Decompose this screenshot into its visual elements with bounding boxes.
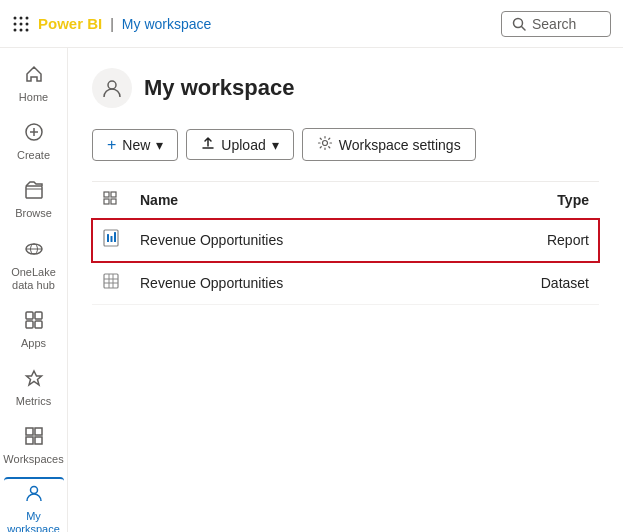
settings-button-label: Workspace settings: [339, 137, 461, 153]
svg-rect-37: [114, 232, 116, 242]
sidebar-workspaces-label: Workspaces: [3, 453, 63, 466]
sidebar-item-create[interactable]: Create: [4, 114, 64, 170]
svg-rect-23: [35, 428, 42, 435]
topbar-left: Power BI | My workspace: [12, 15, 211, 33]
upload-icon: [201, 136, 215, 153]
report-icon: [102, 229, 120, 247]
svg-rect-38: [104, 274, 118, 288]
search-box[interactable]: Search: [501, 11, 611, 37]
sidebar-home-label: Home: [19, 91, 48, 104]
svg-rect-22: [26, 428, 33, 435]
apps-icon: [24, 310, 44, 335]
svg-rect-20: [26, 321, 33, 328]
svg-rect-19: [35, 312, 42, 319]
svg-point-2: [26, 16, 29, 19]
row2-icon-cell: [92, 262, 130, 305]
svg-point-1: [20, 16, 23, 19]
svg-rect-18: [26, 312, 33, 319]
content-area: My workspace + New ▾ Upload ▾: [68, 48, 623, 532]
row1-name: Revenue Opportunities: [130, 219, 461, 262]
svg-rect-31: [111, 192, 116, 197]
sidebar-item-browse[interactable]: Browse: [4, 172, 64, 228]
topbar-separator: |: [110, 16, 114, 32]
svg-point-0: [14, 16, 17, 19]
svg-line-10: [522, 26, 526, 30]
new-button[interactable]: + New ▾: [92, 129, 178, 161]
topbar: Power BI | My workspace Search: [0, 0, 623, 48]
svg-rect-35: [107, 234, 109, 242]
gear-icon: [317, 135, 333, 154]
svg-rect-32: [104, 199, 109, 204]
table-header-row: Name Type: [92, 182, 599, 219]
dataset-icon: [102, 272, 120, 290]
svg-rect-21: [35, 321, 42, 328]
new-button-label: New: [122, 137, 150, 153]
sidebar-myworkspace-label: My workspace: [7, 510, 60, 533]
sidebar: Home Create Browse: [0, 48, 68, 532]
workspace-settings-button[interactable]: Workspace settings: [302, 128, 476, 161]
main-layout: Home Create Browse: [0, 48, 623, 532]
row2-type: Dataset: [461, 262, 599, 305]
svg-point-5: [26, 22, 29, 25]
svg-point-29: [322, 141, 327, 146]
svg-point-4: [20, 22, 23, 25]
sidebar-onelake-label: OneLake data hub: [8, 266, 60, 292]
topbar-workspace-link[interactable]: My workspace: [122, 16, 211, 32]
row1-icon-cell: [92, 219, 130, 262]
create-icon: [24, 122, 44, 147]
svg-rect-30: [104, 192, 109, 197]
items-table: Name Type Revenue Opportunities: [92, 182, 599, 305]
sidebar-metrics-label: Metrics: [16, 395, 51, 408]
sidebar-item-myworkspace[interactable]: My workspace: [4, 477, 64, 533]
sidebar-item-onelake[interactable]: OneLake data hub: [4, 231, 64, 300]
svg-point-7: [20, 28, 23, 31]
content-header: My workspace: [92, 68, 599, 108]
svg-point-3: [14, 22, 17, 25]
svg-rect-24: [26, 437, 33, 444]
home-icon: [24, 64, 44, 89]
page-title: My workspace: [144, 75, 294, 101]
table-row[interactable]: Revenue Opportunities Dataset: [92, 262, 599, 305]
workspace-avatar: [92, 68, 132, 108]
sidebar-item-metrics[interactable]: Metrics: [4, 360, 64, 416]
table-row[interactable]: Revenue Opportunities Report: [92, 219, 599, 262]
svg-rect-36: [111, 236, 113, 242]
row2-name: Revenue Opportunities: [130, 262, 461, 305]
svg-point-6: [14, 28, 17, 31]
upload-button[interactable]: Upload ▾: [186, 129, 293, 160]
sidebar-apps-label: Apps: [21, 337, 46, 350]
sidebar-item-workspaces[interactable]: Workspaces: [4, 418, 64, 474]
upload-chevron-icon: ▾: [272, 137, 279, 153]
chevron-down-icon: ▾: [156, 137, 163, 153]
grid-icon[interactable]: [12, 15, 30, 33]
plus-icon: +: [107, 136, 116, 154]
sidebar-create-label: Create: [17, 149, 50, 162]
svg-rect-33: [111, 199, 116, 204]
app-logo[interactable]: Power BI: [38, 15, 102, 32]
sidebar-browse-label: Browse: [15, 207, 52, 220]
svg-point-27: [108, 81, 116, 89]
row1-type: Report: [461, 219, 599, 262]
workspaces-icon: [24, 426, 44, 451]
browse-icon: [24, 180, 44, 205]
metrics-icon: [24, 368, 44, 393]
onelake-icon: [24, 239, 44, 264]
svg-point-26: [30, 486, 37, 493]
myworkspace-icon: [24, 483, 44, 508]
sidebar-item-home[interactable]: Home: [4, 56, 64, 112]
search-icon: [512, 17, 526, 31]
svg-rect-25: [35, 437, 42, 444]
svg-rect-14: [26, 186, 42, 198]
action-bar: + New ▾ Upload ▾: [92, 128, 599, 161]
sidebar-item-apps[interactable]: Apps: [4, 302, 64, 358]
svg-point-8: [26, 28, 29, 31]
upload-button-label: Upload: [221, 137, 265, 153]
col-name-header: Name: [130, 182, 461, 219]
col-icon-header: [92, 182, 130, 219]
col-type-header: Type: [461, 182, 599, 219]
search-label: Search: [532, 16, 576, 32]
